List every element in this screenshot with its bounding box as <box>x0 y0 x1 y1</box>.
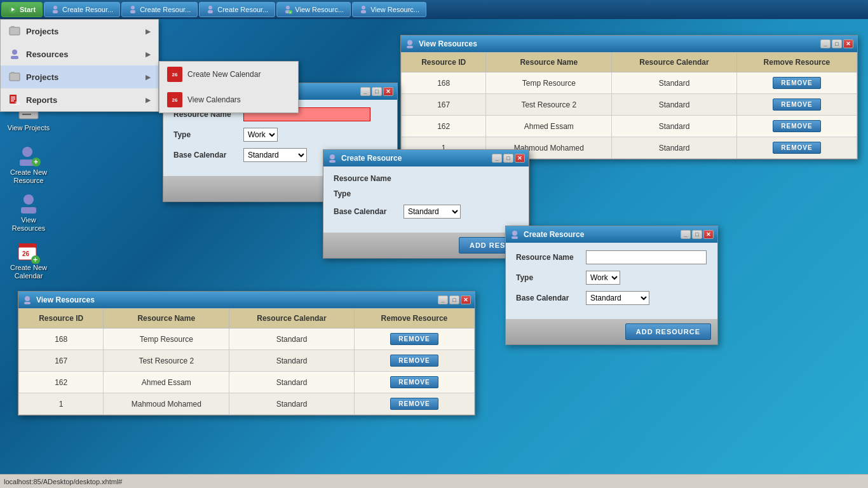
remove-button[interactable]: REMOVE <box>390 355 438 367</box>
vr-restore-top[interactable]: □ <box>832 39 842 48</box>
create-resource-icon: + <box>16 143 41 168</box>
menu-item-reports[interactable]: 26 Reports ▶ <box>1 88 158 111</box>
svg-point-46 <box>330 154 335 159</box>
vr-restore-bottom[interactable]: □ <box>449 295 459 304</box>
vr-title-icon-top <box>405 39 415 49</box>
cr3-add-button[interactable]: ADD RESOURCE <box>625 323 711 340</box>
taskbar-btn-1[interactable]: Create Resour... <box>44 2 120 17</box>
svg-text:+: + <box>33 255 37 264</box>
start-icon <box>8 5 17 14</box>
cr3-type-select[interactable]: Work <box>586 271 620 285</box>
svg-rect-15 <box>11 26 15 28</box>
person-icon-5 <box>359 5 368 14</box>
svg-text:+: + <box>289 10 292 14</box>
cell-calendar: Standard <box>229 372 355 393</box>
remove-button[interactable]: REMOVE <box>773 120 820 132</box>
cr2-title-icon <box>327 153 337 163</box>
resources-icon <box>8 48 21 60</box>
table-row: 162 Ahmed Essam Standard REMOVE <box>19 372 475 393</box>
remove-button[interactable]: REMOVE <box>390 376 438 388</box>
vr-minimize-bottom[interactable]: _ <box>438 295 448 304</box>
svg-rect-7 <box>208 10 213 13</box>
view-resources-icon <box>16 191 41 216</box>
remove-button[interactable]: REMOVE <box>390 398 438 410</box>
cr1-minimize[interactable]: _ <box>360 87 370 96</box>
cr3-calendar-select[interactable]: Standard <box>586 291 649 305</box>
vr-minimize-top[interactable]: _ <box>820 39 831 48</box>
cr2-calendar-select[interactable]: Standard <box>403 205 461 219</box>
cr1-type-select[interactable]: Work <box>243 128 278 142</box>
statusbar: localhost:85/ADesktop/desktop.xhtml# <box>0 474 868 488</box>
svg-rect-23 <box>11 100 14 102</box>
taskbar-btn-4[interactable]: + View Resourc... <box>276 2 351 17</box>
submenu-create-calendar[interactable]: 26 Create New Calendar <box>159 62 298 87</box>
create-calendar-icon: 26 + <box>16 238 41 264</box>
create-resource-window-2: Create Resource _ □ ✕ Resource Name Type… <box>323 149 529 259</box>
menu-item-resources[interactable]: Resources ▶ <box>1 43 158 65</box>
cell-name: Ahmed Essam <box>104 372 229 393</box>
col-remove-bottom: Remove Resource <box>354 309 474 329</box>
cell-remove: REMOVE <box>736 116 857 137</box>
cr1-calendar-label: Base Calendar <box>173 151 243 159</box>
cr3-type-field: Type Work <box>516 271 707 285</box>
table-row: 168 Temp Resource Standard REMOVE <box>19 329 475 350</box>
view-resources-label: View Resources <box>6 216 51 233</box>
vr-titlebar-bottom: View Resources _ □ ✕ <box>18 292 475 308</box>
cr2-minimize[interactable]: _ <box>492 154 502 163</box>
cr2-restore[interactable]: □ <box>503 154 513 163</box>
remove-button[interactable]: REMOVE <box>773 142 820 154</box>
taskbar: Start Create Resour... Create Resour... … <box>0 0 868 19</box>
cr2-type-field: Type <box>334 189 519 198</box>
table-row: 167 Test Resource 2 Standard REMOVE <box>402 94 857 116</box>
cr3-minimize[interactable]: _ <box>681 230 691 239</box>
cr3-calendar-label: Base Calendar <box>516 294 586 302</box>
svg-point-12 <box>362 6 365 10</box>
desktop-icon-view-resources[interactable]: View Resources <box>6 191 51 233</box>
cell-calendar: Standard <box>612 116 737 137</box>
remove-button[interactable]: REMOVE <box>773 98 820 111</box>
cell-id: 167 <box>19 350 104 372</box>
cell-remove: REMOVE <box>736 94 857 116</box>
svg-point-48 <box>512 231 517 236</box>
reports-icon: 26 <box>8 93 21 106</box>
menu-item-projects-2[interactable]: Projects ▶ <box>1 65 158 88</box>
create-calendar-label: Create New Calendar <box>6 264 51 280</box>
submenu-view-calendars[interactable]: 26 View Calendars <box>159 87 298 112</box>
cr3-footer: ADD RESOURCE <box>506 319 717 344</box>
cr1-close[interactable]: ✕ <box>383 87 393 96</box>
vr-close-bottom[interactable]: ✕ <box>461 295 471 304</box>
col-resource-calendar-bottom: Resource Calendar <box>229 309 355 329</box>
taskbar-btn-2[interactable]: Create Resour... <box>121 2 198 17</box>
taskbar-btn-3[interactable]: Create Resour... <box>199 2 275 17</box>
cell-id: 162 <box>19 372 104 393</box>
cr3-title-label: Create Resource <box>524 230 584 239</box>
cr1-calendar-select[interactable]: Standard <box>243 148 307 162</box>
vr-title-label-top: View Resources <box>419 39 477 48</box>
cr2-title-label: Create Resource <box>341 154 402 163</box>
desktop-icon-create-calendar[interactable]: 26 + Create New Calendar <box>6 238 51 280</box>
cell-name: Mahmoud Mohamed <box>104 393 229 415</box>
col-remove-top: Remove Resource <box>736 53 857 72</box>
taskbar-btn-5[interactable]: View Resourc... <box>352 2 426 17</box>
remove-button[interactable]: REMOVE <box>773 77 820 89</box>
svg-rect-13 <box>361 10 366 13</box>
svg-point-2 <box>53 6 57 10</box>
arrow-icon-1: ▶ <box>146 28 151 35</box>
cr2-close[interactable]: ✕ <box>515 154 525 163</box>
vr-close-top[interactable]: ✕ <box>843 39 853 48</box>
svg-point-30 <box>22 147 32 157</box>
col-resource-id-bottom: Resource ID <box>19 309 104 329</box>
cell-name: Test Resource 2 <box>486 94 612 116</box>
start-button[interactable]: Start <box>1 2 43 17</box>
cr3-type-label: Type <box>516 273 586 282</box>
cr3-close[interactable]: ✕ <box>703 230 714 239</box>
remove-button[interactable]: REMOVE <box>390 333 438 345</box>
cr1-restore[interactable]: □ <box>372 87 382 96</box>
desktop-icon-create-resource[interactable]: + Create New Resource <box>6 143 51 185</box>
svg-point-16 <box>12 50 17 55</box>
svg-point-6 <box>208 6 212 10</box>
cr3-restore[interactable]: □ <box>692 230 702 239</box>
vr-titlebar-top: View Resources _ □ ✕ <box>401 36 857 52</box>
menu-item-projects-1[interactable]: Projects ▶ <box>1 20 158 43</box>
cr3-name-input[interactable] <box>586 250 707 264</box>
